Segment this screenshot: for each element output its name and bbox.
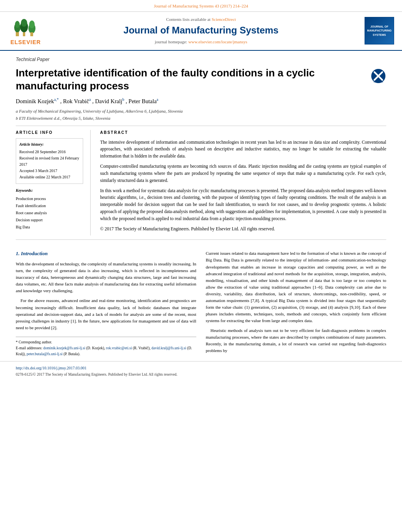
journal-ref-link[interactable]: Journal of Manufacturing Systems 43 (201…: [154, 4, 248, 8]
bottom-copyright: 0278-6125/© 2017 The Society of Manufact…: [16, 372, 386, 378]
author1-sup: a,*: [54, 97, 59, 102]
body-section: 1. Introduction With the development of …: [0, 244, 402, 361]
svg-point-7: [29, 20, 35, 28]
sciencedirect-link[interactable]: ScienceDirect: [212, 17, 236, 22]
intro-heading: 1. Introduction: [16, 250, 196, 258]
section-number: 1.: [16, 250, 20, 256]
elsevier-logo-section: ELSEVIER: [8, 16, 43, 46]
footnote-section: * Corresponding author. E-mail addresses…: [16, 337, 196, 358]
body-two-columns: 1. Introduction With the development of …: [16, 250, 386, 357]
author2-sup: a: [89, 97, 91, 102]
intro-body-text-right: Current issues related to data managemen…: [206, 250, 386, 354]
paper-type-label: Technical Paper: [16, 56, 386, 63]
affiliation-b: b ETI Elektroelement d.d., Obrezija 5, I…: [16, 115, 386, 122]
author3-name: , David Kralj: [92, 98, 122, 104]
email4-name: (P. Butala).: [63, 352, 80, 356]
email4-link[interactable]: peter.butala@fs.uni-lj.si: [26, 352, 62, 356]
paper-title-row: Interpretative identification of the fau…: [16, 67, 386, 93]
svg-rect-8: [30, 32, 33, 36]
affiliations: a Faculty of Mechanical Engineering, Uni…: [16, 108, 386, 122]
abstract-title: ABSTRACT: [100, 130, 386, 136]
section-title-intro: Introduction: [21, 250, 48, 256]
article-history-title: Article history:: [19, 142, 80, 148]
keywords-section: Keywords: Production process Fault ident…: [16, 188, 83, 231]
authors-line: Dominik Kozjeka,* , Rok Vrabiča , David …: [16, 97, 386, 106]
email1-link[interactable]: dominik.kozjek@fs.uni-lj.si: [43, 346, 86, 350]
abstract-section: ABSTRACT The intensive development of in…: [100, 130, 386, 235]
email3-link[interactable]: david.kralj@fs.uni-lj.si: [151, 346, 186, 350]
intro-p2: For the above reasons, advanced online a…: [16, 297, 196, 331]
email2-name: (R. Vrabič),: [133, 346, 151, 350]
body-col-right: Current issues related to data managemen…: [206, 250, 386, 357]
article-history-box: Article history: Received 28 September 2…: [16, 138, 83, 184]
intro-p1: With the development of technology, the …: [16, 261, 196, 294]
article-info-column: ARTICLE INFO Article history: Received 2…: [16, 130, 91, 235]
journal-header: ELSEVIER Contents lists available at Sci…: [0, 12, 402, 51]
footnote-corresponding: * Corresponding author.: [16, 339, 196, 345]
accepted-date: Accepted 3 March 2017: [19, 168, 80, 174]
keywords-list: Production process Fault identification …: [16, 195, 83, 231]
intro-body-text-left: With the development of technology, the …: [16, 261, 196, 331]
abstract-p1: The intensive development of information…: [100, 139, 386, 160]
paper-section: Technical Paper Interpretative identific…: [0, 51, 402, 240]
email1-name: (D. Kozjek),: [86, 346, 105, 350]
article-info-title: ARTICLE INFO: [16, 130, 83, 136]
crossmark-icon: CrossMark: [370, 68, 386, 84]
keyword-1: Production process: [16, 195, 83, 202]
svg-point-3: [15, 21, 20, 28]
svg-point-5: [21, 19, 27, 27]
keyword-5: Big Data: [16, 224, 83, 231]
homepage-url-link[interactable]: www.elsevier.com/locate/jmansys: [188, 39, 248, 44]
paper-title: Interpretative identification of the fau…: [16, 67, 367, 93]
svg-rect-1: [23, 32, 25, 36]
author4-name: , Peter Butala: [126, 98, 157, 104]
intro-right-p1: Current issues related to data managemen…: [206, 250, 386, 324]
body-col-left: 1. Introduction With the development of …: [16, 250, 196, 357]
journal-logo-image: JOURNAL OF MANUFACTURING SYSTEMS: [365, 17, 394, 44]
keyword-2: Fault identification: [16, 202, 83, 209]
keyword-3: Root cause analysis: [16, 209, 83, 217]
received-date: Received 28 September 2016: [19, 149, 80, 155]
svg-text:CrossMark: CrossMark: [374, 81, 383, 83]
doi-text: http://dx.doi.org/10.1016/j.jmsy.2017.03…: [16, 365, 386, 371]
elsevier-tree-icon: [14, 16, 37, 37]
abstract-p3: In this work a method for systematic dat…: [100, 187, 386, 222]
journal-logo-box: JOURNAL OF MANUFACTURING SYSTEMS: [359, 17, 394, 44]
email-label: E-mail addresses:: [16, 346, 42, 350]
abstract-p2: Computer-controlled manufacturing system…: [100, 163, 386, 184]
divider-after-affiliations: [16, 126, 386, 126]
author3-sup: b: [122, 97, 124, 102]
author4-sup: a: [156, 97, 158, 102]
doi-link[interactable]: http://dx.doi.org/10.1016/j.jmsy.2017.03…: [16, 366, 86, 370]
keywords-title: Keywords:: [16, 188, 83, 194]
divider-after-abstract: [16, 239, 386, 240]
email2-link[interactable]: rok.vrabic@eti.si: [106, 346, 132, 350]
author2-name: , Rok Vrabič: [60, 98, 89, 104]
available-date: Available online 22 March 2017: [19, 174, 80, 180]
journal-homepage-line: journal homepage: www.elsevier.com/locat…: [43, 39, 359, 45]
footnote-emails: E-mail addresses: dominik.kozjek@fs.uni-…: [16, 345, 196, 357]
abstract-text: The intensive development of information…: [100, 139, 386, 233]
keyword-4: Decision support: [16, 217, 83, 224]
article-history-content: Received 28 September 2016 Received in r…: [19, 149, 80, 180]
elsevier-wordmark: ELSEVIER: [10, 38, 41, 46]
author1-name: Dominik Kozjek: [16, 98, 54, 104]
article-info-abstract-columns: ARTICLE INFO Article history: Received 2…: [16, 130, 386, 235]
intro-right-p2: Heuristic methods of analysis turn out t…: [206, 327, 386, 354]
journal-header-center: Contents lists available at ScienceDirec…: [43, 17, 359, 45]
abstract-copyright: © 2017 The Society of Manufacturing Engi…: [100, 226, 386, 233]
journal-title-header: Journal of Manufacturing Systems: [43, 24, 359, 37]
journal-reference-bar: Journal of Manufacturing Systems 43 (201…: [0, 0, 402, 12]
revised-date: Received in revised form 24 February 201…: [19, 155, 80, 168]
affiliation-a: a Faculty of Mechanical Engineering, Uni…: [16, 108, 386, 115]
bottom-doi-section: http://dx.doi.org/10.1016/j.jmsy.2017.03…: [0, 361, 402, 380]
contents-line: Contents lists available at ScienceDirec…: [43, 17, 359, 23]
